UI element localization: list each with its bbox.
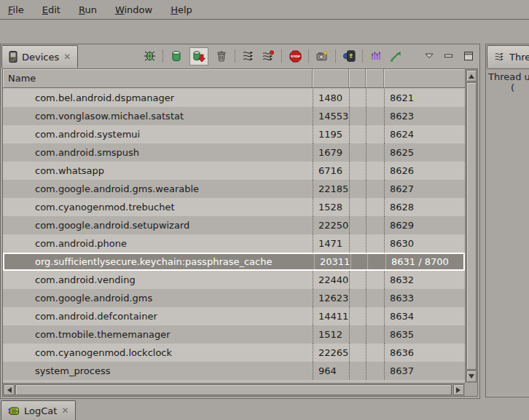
table-row[interactable]: com.bel.android.dspmanager 1480 8621: [3, 89, 465, 107]
table-row[interactable]: com.android.phone 1471 8630: [3, 234, 465, 253]
maximize-icon[interactable]: [462, 49, 475, 63]
process-port: 8626: [384, 162, 465, 180]
capture-trace-icon[interactable]: [369, 49, 383, 63]
table-row[interactable]: com.android.systemui 1195 8624: [3, 125, 465, 143]
view-menu-icon[interactable]: [423, 49, 436, 63]
process-port: 8625: [384, 143, 465, 162]
svg-text:STOP: STOP: [291, 55, 300, 58]
close-icon[interactable]: ✕: [61, 406, 68, 415]
process-port: 8629: [384, 216, 465, 234]
table-row[interactable]: org.sufficientlysecure.keychain:passphra…: [3, 253, 465, 271]
update-heap-icon[interactable]: [170, 49, 183, 63]
scroll-up-button[interactable]: [466, 70, 477, 82]
process-port: 8623: [384, 107, 465, 125]
debug-process-icon[interactable]: [143, 49, 156, 63]
process-pid: 20311: [314, 254, 350, 269]
opengl-trace-icon[interactable]: [389, 49, 402, 63]
menu-run[interactable]: Run: [79, 4, 97, 15]
process-col4: [366, 125, 384, 143]
process-pid: 1195: [313, 125, 349, 143]
process-name: com.android.phone: [3, 234, 313, 253]
table-row[interactable]: com.google.android.setupwizard 22250 862…: [3, 216, 465, 234]
process-col3: [349, 289, 366, 307]
table-row[interactable]: com.cyanogenmod.lockclock 22265 8636: [3, 344, 465, 362]
cause-gc-icon[interactable]: [215, 49, 228, 63]
process-name: com.bel.android.dspmanager: [3, 89, 313, 107]
menu-edit[interactable]: Edit: [42, 4, 60, 15]
process-col3: [349, 216, 366, 234]
column-header-pid[interactable]: [313, 69, 349, 87]
process-col4: [366, 362, 384, 380]
table-row[interactable]: system_process 964 8637: [3, 362, 465, 380]
table-row[interactable]: com.google.android.gms.wearable 22185 86…: [3, 180, 465, 198]
table-row[interactable]: com.whatsapp 6716 8626: [3, 162, 465, 180]
table-row[interactable]: com.android.defcontainer 14411 8634: [3, 307, 465, 325]
process-col3: [349, 344, 366, 362]
update-threads-icon[interactable]: [242, 49, 255, 63]
stop-process-icon[interactable]: STOP: [289, 49, 302, 63]
horizontal-scrollbar[interactable]: [3, 383, 465, 396]
process-col4: [366, 289, 384, 307]
dump-hprof-icon[interactable]: [189, 47, 208, 66]
process-col3: [349, 107, 366, 125]
device-table-rows: com.bel.android.dspmanager 1480 8621 com…: [3, 89, 465, 383]
process-col4: [366, 107, 384, 125]
process-name: com.vonglasow.michael.satstat: [3, 107, 313, 125]
table-row[interactable]: com.android.smspush 1679 8625: [3, 143, 465, 162]
arrow-down-icon: [469, 374, 474, 381]
process-port: 8636: [384, 344, 465, 362]
column-header-3[interactable]: [349, 69, 366, 87]
tab-logcat[interactable]: LogCat ✕: [1, 400, 76, 420]
process-name: com.cyanogenmod.trebuchet: [3, 198, 313, 216]
bottom-tabbar: LogCat ✕: [0, 399, 529, 420]
table-row[interactable]: com.vonglasow.michael.satstat 14553 8623: [3, 107, 465, 125]
column-header-name[interactable]: Name: [3, 69, 313, 87]
process-port: 8633: [384, 289, 465, 307]
process-name: system_process: [3, 362, 313, 380]
process-name: com.android.defcontainer: [3, 307, 313, 325]
scroll-left-button[interactable]: [4, 384, 15, 395]
close-icon[interactable]: ✕: [63, 52, 71, 61]
process-col3: [349, 234, 366, 253]
device-systrace-icon[interactable]: [342, 49, 356, 63]
threads-icon: [494, 52, 505, 62]
threads-tabbar: Threads: [486, 44, 529, 68]
process-pid: 1528: [313, 198, 349, 216]
process-col4: [366, 162, 384, 180]
tab-threads[interactable]: Threads: [487, 45, 529, 68]
menu-bar: File Edit Run Window Help: [0, 0, 529, 20]
scroll-down-button[interactable]: [466, 371, 477, 382]
start-method-profiling-icon[interactable]: [262, 49, 275, 63]
table-row[interactable]: com.android.vending 22440 8632: [3, 271, 465, 289]
threads-view: Threads Thread up (: [485, 44, 529, 397]
table-row[interactable]: com.tmobile.thememanager 1512 8635: [3, 325, 465, 344]
scroll-right-button[interactable]: [453, 384, 464, 395]
process-pid: 1679: [313, 143, 349, 162]
screen-capture-icon[interactable]: [316, 49, 329, 63]
process-col3: [349, 362, 366, 380]
column-header-port[interactable]: [384, 69, 465, 87]
process-pid: 1471: [313, 234, 349, 253]
tab-devices[interactable]: Devices ✕: [1, 45, 78, 68]
toolbar-separator: [308, 49, 309, 63]
device-process-table: Name com.bel.android.dspmanager 1480 862…: [2, 68, 478, 397]
minimize-icon[interactable]: [442, 49, 455, 63]
process-name: com.android.vending: [3, 271, 313, 289]
scrollbar-corner: [465, 383, 477, 396]
menu-file[interactable]: File: [8, 4, 24, 15]
menu-window[interactable]: Window: [115, 4, 152, 15]
process-col4: [366, 234, 384, 253]
process-col4: [366, 143, 384, 162]
vertical-scroll-thumb[interactable]: [466, 82, 477, 370]
process-name: com.android.smspush: [3, 143, 313, 162]
column-header-4[interactable]: [366, 69, 384, 87]
menu-help[interactable]: Help: [171, 4, 192, 15]
process-col3: [349, 125, 366, 143]
process-port: 8631 / 8700: [385, 254, 463, 269]
process-pid: 12623: [313, 289, 349, 307]
horizontal-scroll-thumb[interactable]: [15, 384, 452, 395]
table-row[interactable]: com.google.android.gms 12623 8633: [3, 289, 465, 307]
table-row[interactable]: com.cyanogenmod.trebuchet 1528 8628: [3, 198, 465, 216]
process-col3: [350, 254, 367, 269]
vertical-scrollbar[interactable]: [465, 69, 477, 383]
